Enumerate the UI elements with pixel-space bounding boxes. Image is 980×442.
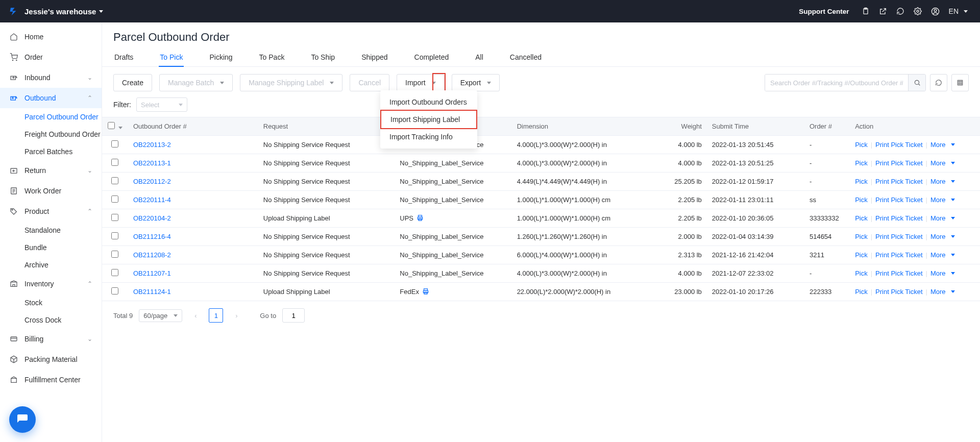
sidebar-sub-cross-dock[interactable]: Cross Dock — [0, 311, 102, 329]
more-action[interactable]: More — [930, 251, 955, 259]
search-input[interactable] — [765, 75, 908, 91]
print-pick-ticket-action[interactable]: Print Pick Ticket — [875, 214, 922, 222]
external-link-icon[interactable] — [879, 7, 887, 15]
clipboard-icon[interactable] — [862, 7, 870, 15]
pick-action[interactable]: Pick — [855, 141, 868, 149]
print-pick-ticket-action[interactable]: Print Pick Ticket — [875, 196, 922, 204]
user-profile-icon[interactable] — [931, 7, 940, 16]
col-dimension[interactable]: Dimension — [512, 117, 655, 136]
sidebar-item-product[interactable]: Product ⌃ — [0, 201, 102, 222]
print-pick-ticket-action[interactable]: Print Pick Ticket — [875, 178, 922, 185]
page-size-selector[interactable]: 60/page — [139, 309, 182, 322]
column-settings-button[interactable] — [951, 74, 969, 91]
import-shipping-label-item[interactable]: Import Shipping Label — [380, 110, 477, 129]
order-link[interactable]: OB211216-4 — [133, 233, 171, 240]
create-button[interactable]: Create — [113, 74, 152, 91]
pick-action[interactable]: Pick — [855, 269, 868, 277]
tab-completed[interactable]: Completed — [413, 53, 450, 66]
sidebar-sub-standalone[interactable]: Standalone — [0, 222, 102, 239]
order-link[interactable]: OB220113-1 — [133, 159, 171, 167]
pick-action[interactable]: Pick — [855, 159, 868, 167]
sidebar-item-billing[interactable]: Billing ⌄ — [0, 329, 102, 349]
print-pick-ticket-action[interactable]: Print Pick Ticket — [875, 159, 922, 167]
more-action[interactable]: More — [930, 233, 955, 240]
cancel-button[interactable]: Cancel — [350, 74, 389, 91]
row-checkbox[interactable] — [111, 177, 118, 184]
refresh-table-button[interactable] — [930, 74, 947, 91]
pick-action[interactable]: Pick — [855, 178, 868, 185]
order-link[interactable]: OB220104-2 — [133, 214, 171, 222]
col-outbound-order[interactable]: Outbound Order # — [128, 117, 258, 136]
pick-action[interactable]: Pick — [855, 196, 868, 204]
pick-action[interactable]: Pick — [855, 251, 868, 259]
print-label-icon[interactable] — [422, 288, 429, 296]
col-order-num[interactable]: Order # — [804, 117, 850, 136]
print-pick-ticket-action[interactable]: Print Pick Ticket — [875, 233, 922, 240]
search-button[interactable] — [908, 75, 925, 91]
import-button[interactable]: Import — [397, 74, 445, 91]
current-page[interactable]: 1 — [209, 308, 223, 323]
pick-action[interactable]: Pick — [855, 214, 868, 222]
sidebar-sub-stock[interactable]: Stock — [0, 294, 102, 311]
more-action[interactable]: More — [930, 269, 955, 277]
order-link[interactable]: OB211124-1 — [133, 288, 171, 296]
row-checkbox[interactable] — [111, 195, 118, 203]
row-checkbox[interactable] — [111, 232, 118, 239]
sidebar-item-outbound[interactable]: Outbound ⌃ — [0, 88, 102, 108]
more-action[interactable]: More — [930, 214, 955, 222]
sidebar-item-work-order[interactable]: Work Order — [0, 181, 102, 201]
print-pick-ticket-action[interactable]: Print Pick Ticket — [875, 288, 922, 296]
tab-picking[interactable]: Picking — [208, 53, 233, 66]
sidebar-item-packing-material[interactable]: Packing Material — [0, 349, 102, 370]
filter-select[interactable]: Select — [136, 97, 187, 112]
sidebar-item-fulfillment-center[interactable]: Fulfillment Center — [0, 370, 102, 390]
col-submit-time[interactable]: Submit Time — [707, 117, 804, 136]
tab-to-pack[interactable]: To Pack — [258, 53, 286, 66]
manage-shipping-label-button[interactable]: Manage Shipping Label — [240, 74, 342, 91]
import-outbound-orders-item[interactable]: Import Outbound Orders — [380, 93, 477, 111]
tab-shipped[interactable]: Shipped — [360, 53, 388, 66]
col-weight[interactable]: Weight — [655, 117, 707, 136]
sidebar-sub-archive[interactable]: Archive — [0, 256, 102, 274]
row-checkbox[interactable] — [111, 287, 118, 294]
chat-support-bubble[interactable] — [9, 406, 36, 433]
more-action[interactable]: More — [930, 159, 955, 167]
workspace-selector[interactable]: Jessie's warehouse — [0, 7, 103, 16]
print-pick-ticket-action[interactable]: Print Pick Ticket — [875, 141, 922, 149]
refresh-icon[interactable] — [896, 7, 904, 15]
row-checkbox[interactable] — [111, 159, 118, 166]
sidebar-sub-parcel-outbound[interactable]: Parcel Outbound Order — [0, 108, 102, 126]
sidebar-item-home[interactable]: Home — [0, 27, 102, 47]
more-action[interactable]: More — [930, 288, 955, 296]
col-request[interactable]: Request — [258, 117, 395, 136]
tab-all[interactable]: All — [474, 53, 484, 66]
sidebar-sub-parcel-batches[interactable]: Parcel Batches — [0, 143, 102, 160]
sidebar-item-inbound[interactable]: Inbound ⌄ — [0, 67, 102, 88]
goto-page-input[interactable] — [282, 308, 305, 323]
order-link[interactable]: OB220112-2 — [133, 178, 171, 185]
order-link[interactable]: OB211208-2 — [133, 251, 171, 259]
settings-gear-icon[interactable] — [914, 7, 922, 15]
prev-page-button[interactable]: ‹ — [188, 308, 203, 323]
more-action[interactable]: More — [930, 141, 955, 149]
row-checkbox[interactable] — [111, 140, 118, 148]
print-pick-ticket-action[interactable]: Print Pick Ticket — [875, 251, 922, 259]
import-tracking-info-item[interactable]: Import Tracking Info — [380, 128, 477, 145]
manage-batch-button[interactable]: Manage Batch — [159, 74, 233, 91]
sidebar-item-return[interactable]: Return ⌄ — [0, 160, 102, 181]
sidebar-item-inventory[interactable]: Inventory ⌃ — [0, 274, 102, 294]
print-pick-ticket-action[interactable]: Print Pick Ticket — [875, 269, 922, 277]
row-checkbox[interactable] — [111, 214, 118, 221]
export-button[interactable]: Export — [452, 74, 500, 91]
more-action[interactable]: More — [930, 196, 955, 204]
pick-action[interactable]: Pick — [855, 288, 868, 296]
tab-to-ship[interactable]: To Ship — [310, 53, 336, 66]
sidebar-item-order[interactable]: Order — [0, 47, 102, 67]
sidebar-sub-bundle[interactable]: Bundle — [0, 239, 102, 256]
sidebar-sub-freight-outbound[interactable]: Freight Outbound Order — [0, 126, 102, 143]
select-all-checkbox[interactable] — [108, 122, 115, 129]
more-action[interactable]: More — [930, 178, 955, 185]
tab-to-pick[interactable]: To Pick — [159, 53, 184, 66]
tab-cancelled[interactable]: Cancelled — [509, 53, 543, 66]
row-checkbox[interactable] — [111, 269, 118, 276]
